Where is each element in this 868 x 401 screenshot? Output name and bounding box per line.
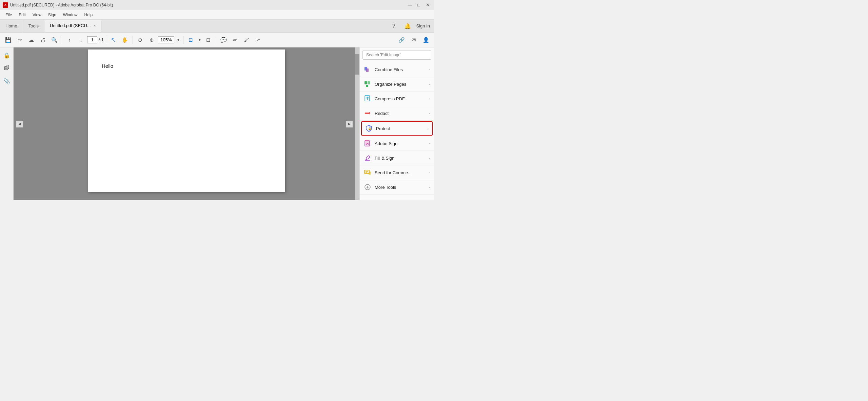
link-button[interactable]: 🔗 <box>396 35 407 45</box>
tool-protect[interactable]: 🔒 Protect › <box>361 121 433 136</box>
sidebar-pages-icon[interactable]: 🗐 <box>2 63 12 73</box>
window-title: Untitled.pdf (SECURED) - Adobe Acrobat P… <box>10 3 113 7</box>
fill-sign-label: Fill & Sign <box>375 156 395 161</box>
redact-icon <box>364 109 371 117</box>
menu-help[interactable]: Help <box>82 11 96 19</box>
fit-page-dropdown[interactable]: ▼ <box>197 35 202 45</box>
zoom-out-button[interactable]: ⊖ <box>135 35 146 45</box>
select-tool-button[interactable]: ↖ <box>108 35 119 45</box>
left-sidebar: 🔒 🗐 📎 <box>0 47 14 200</box>
adobe-sign-icon <box>364 140 371 147</box>
tool-organize-pages[interactable]: Organize Pages › <box>360 77 434 92</box>
zoom-area: ▼ <box>158 35 181 45</box>
help-button[interactable]: ? <box>389 21 399 31</box>
compress-pdf-arrow: › <box>429 97 430 101</box>
highlight-button[interactable]: ✏ <box>230 35 241 45</box>
email-button[interactable]: ✉ <box>408 35 419 45</box>
minimize-button[interactable]: — <box>406 1 414 9</box>
tool-redact[interactable]: Redact › <box>360 106 434 121</box>
menu-window[interactable]: Window <box>60 11 80 19</box>
adobe-sign-arrow: › <box>429 141 430 145</box>
maximize-button[interactable]: □ <box>415 1 422 9</box>
zoom-in-button[interactable]: ⊕ <box>146 35 157 45</box>
search-button[interactable]: 🔍 <box>49 35 60 45</box>
menu-edit[interactable]: Edit <box>16 11 28 19</box>
tool-compress-pdf[interactable]: Compress PDF › <box>360 92 434 106</box>
redact-label: Redact <box>375 111 389 116</box>
tab-close-button[interactable]: × <box>94 24 96 28</box>
main-area: 🔒 🗐 📎 Hello ◄ ► Combine File <box>0 47 434 200</box>
scroll-thumb[interactable] <box>355 54 359 75</box>
bookmark-button[interactable]: ☆ <box>14 35 25 45</box>
tool-fill-sign[interactable]: Fill & Sign › <box>360 151 434 165</box>
redact-arrow: › <box>429 111 430 115</box>
notifications-button[interactable]: 🔔 <box>403 21 412 31</box>
menu-view[interactable]: View <box>30 11 44 19</box>
tab-tools[interactable]: Tools <box>23 20 44 32</box>
tab-document[interactable]: Untitled.pdf (SECU... × <box>44 20 101 32</box>
more-tools-arrow: › <box>429 185 430 189</box>
page-number-input[interactable] <box>87 36 97 43</box>
svg-text:🔒: 🔒 <box>368 127 371 130</box>
zoom-dropdown-button[interactable]: ▼ <box>176 35 181 45</box>
separator-3 <box>133 36 133 44</box>
next-page-button[interactable]: ↓ <box>76 35 86 45</box>
fill-sign-arrow: › <box>429 156 430 160</box>
sidebar-attachments-icon[interactable]: 📎 <box>2 76 12 86</box>
sidebar-lock-icon[interactable]: 🔒 <box>2 50 12 60</box>
marquee-zoom-button[interactable]: ⊟ <box>203 35 214 45</box>
protect-label: Protect <box>376 126 390 131</box>
stamp-button[interactable]: 🖊 <box>241 35 252 45</box>
nav-left-arrow[interactable]: ◄ <box>16 121 23 127</box>
tools-list: Combine Files › Organize Pages › <box>360 62 434 195</box>
upload-button[interactable]: ☁ <box>26 35 37 45</box>
right-panel: Combine Files › Organize Pages › <box>359 47 434 200</box>
comment-button[interactable]: 💬 <box>218 35 229 45</box>
tab-bar-right: ? 🔔 Sign In <box>389 20 434 32</box>
title-bar: A Untitled.pdf (SECURED) - Adobe Acrobat… <box>0 0 434 10</box>
fill-sign-icon <box>364 154 371 162</box>
protect-icon: 🔒 <box>365 125 373 132</box>
separator-5 <box>216 36 216 44</box>
combine-files-arrow: › <box>429 67 430 72</box>
sign-in-button[interactable]: Sign In <box>416 23 430 28</box>
tool-send-comment[interactable]: Send for Comme... › <box>360 165 434 180</box>
pdf-text-hello: Hello <box>88 49 285 82</box>
share-button[interactable]: ↗ <box>253 35 264 45</box>
window-controls[interactable]: — □ ✕ <box>406 1 431 9</box>
print-button[interactable]: 🖨 <box>37 35 48 45</box>
svg-rect-1 <box>366 68 369 72</box>
fit-page-button[interactable]: ⊡ <box>185 35 196 45</box>
toolbar-right: 🔗 ✉ 👤 <box>396 35 431 45</box>
organize-pages-arrow: › <box>429 82 430 86</box>
zoom-input[interactable] <box>158 36 174 43</box>
page-total: 1 <box>101 37 104 42</box>
menu-sign[interactable]: Sign <box>45 11 59 19</box>
menu-file[interactable]: File <box>3 11 15 19</box>
content-area: Hello ◄ ► <box>14 47 359 200</box>
compress-pdf-icon <box>364 95 371 102</box>
send-comment-arrow: › <box>429 171 430 175</box>
more-tools-label: More Tools <box>375 185 396 190</box>
compress-pdf-label: Compress PDF <box>375 96 405 101</box>
tab-home[interactable]: Home <box>0 20 23 32</box>
vertical-scrollbar[interactable] <box>355 47 359 200</box>
svg-rect-12 <box>364 170 369 174</box>
user-button[interactable]: 👤 <box>420 35 431 45</box>
separator-4 <box>183 36 183 44</box>
tool-more-tools[interactable]: More Tools › <box>360 180 434 195</box>
save-button[interactable]: 💾 <box>3 35 14 45</box>
nav-right-arrow[interactable]: ► <box>346 121 353 127</box>
svg-rect-7 <box>365 113 370 114</box>
organize-pages-icon <box>364 80 371 88</box>
toolbar: 💾 ☆ ☁ 🖨 🔍 ↑ ↓ / 1 ↖ ✋ ⊖ ⊕ ▼ ⊡ ▼ ⊟ 💬 ✏ 🖊 … <box>0 33 434 47</box>
protect-arrow: › <box>427 126 429 131</box>
tool-adobe-sign[interactable]: Adobe Sign › <box>360 136 434 151</box>
hand-tool-button[interactable]: ✋ <box>120 35 131 45</box>
tool-combine-files[interactable]: Combine Files › <box>360 62 434 77</box>
close-button[interactable]: ✕ <box>424 1 431 9</box>
prev-page-button[interactable]: ↑ <box>64 35 75 45</box>
tools-search-input[interactable] <box>362 50 431 60</box>
pdf-page: Hello <box>88 49 285 192</box>
separator-2 <box>106 36 106 44</box>
